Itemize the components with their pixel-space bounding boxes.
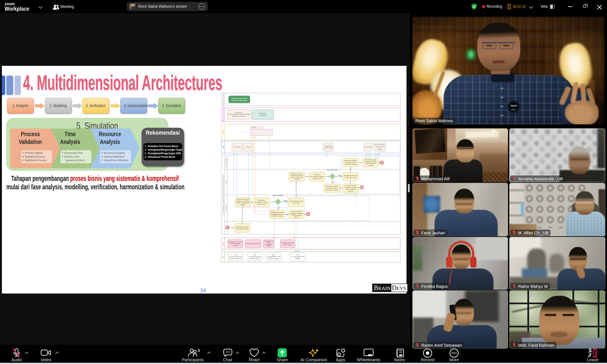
svg-text:Dapat diperbaiki?: Dapat diperbaiki?	[326, 169, 338, 171]
svg-text:Ya: Ya	[333, 181, 335, 183]
svg-text:Dapat diperbaiki?: Dapat diperbaiki?	[272, 195, 284, 196]
svg-text:Tidak: Tidak	[338, 174, 341, 176]
svg-text:Tidak: Tidak	[283, 200, 287, 201]
